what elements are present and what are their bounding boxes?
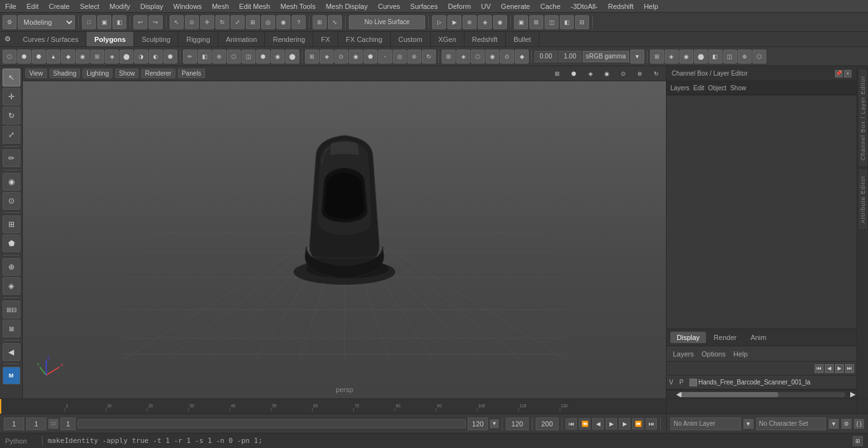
move-tool[interactable]: ✛ xyxy=(3,88,20,105)
playback-prev-btn[interactable]: ⏪ xyxy=(579,418,590,430)
gamma-display[interactable]: sRGB gamma xyxy=(583,51,629,62)
tab-custom[interactable]: Custom xyxy=(391,32,431,46)
poly-tool-3[interactable]: ⬣ xyxy=(32,50,46,64)
playback-play-btn[interactable]: ▶ xyxy=(606,418,617,430)
workspace-select[interactable]: Modeling xyxy=(18,15,75,29)
render-btn[interactable]: ▷ xyxy=(432,15,446,29)
pivot-tool[interactable]: ⊙ xyxy=(3,192,20,210)
snap-btn[interactable]: ◎ xyxy=(261,15,275,29)
end-frame-input[interactable] xyxy=(468,417,488,430)
panel-pin-btn[interactable]: 📌 xyxy=(835,70,843,78)
script-editor-btn[interactable]: { } xyxy=(854,419,864,429)
save-btn[interactable]: ◧ xyxy=(112,15,126,29)
anim-layer-dropdown[interactable]: ▼ xyxy=(743,419,754,429)
channels-label[interactable]: Layers xyxy=(670,85,689,92)
snap-grid-btn[interactable]: ⊞ xyxy=(313,15,327,29)
select-tool[interactable]: ↖ xyxy=(3,69,20,86)
vtab-attribute-editor[interactable]: Attribute Editor xyxy=(858,168,868,231)
menu-curves[interactable]: Curves xyxy=(373,1,405,11)
poly-view-9[interactable]: ↻ xyxy=(422,50,436,64)
poly-tool-10[interactable]: ◑ xyxy=(134,50,148,64)
vp-view-menu[interactable]: View xyxy=(25,69,47,78)
poly-tool-12[interactable]: ⬟ xyxy=(163,50,177,64)
vp-show-menu[interactable]: Show xyxy=(115,69,139,78)
layer-v-label[interactable]: V xyxy=(669,379,678,386)
scale-tool[interactable]: ⤢ xyxy=(3,126,20,144)
open-btn[interactable]: ▣ xyxy=(97,15,111,29)
poly-tool-9[interactable]: ⬤ xyxy=(119,50,133,64)
anim-layer-select[interactable]: No Anim Layer xyxy=(670,417,741,430)
layer-nav-prev[interactable]: ◀ xyxy=(825,364,834,373)
tab-sculpting[interactable]: Sculpting xyxy=(134,32,179,46)
playback-start-btn[interactable]: ⏮ xyxy=(566,418,577,430)
panel-close-btn[interactable]: × xyxy=(844,70,851,78)
menu-modify[interactable]: Modify xyxy=(104,1,135,11)
render4-btn[interactable]: ◉ xyxy=(493,15,507,29)
menu-windows[interactable]: Windows xyxy=(168,1,207,11)
vp-icon-2[interactable]: ⬢ xyxy=(567,67,581,81)
poly-snap-3[interactable]: ⬡ xyxy=(471,50,485,64)
viewport-canvas[interactable]: persp X Y Z xyxy=(23,81,666,398)
char-set-dropdown[interactable]: ▼ xyxy=(829,419,839,429)
vp-panels-menu[interactable]: Panels xyxy=(178,69,205,78)
current-frame-input-3[interactable] xyxy=(60,417,76,430)
object-label[interactable]: Object xyxy=(708,85,726,92)
render-icon-6[interactable]: ◫ xyxy=(723,50,737,64)
tab-redshift[interactable]: Redshift xyxy=(465,32,506,46)
menu-mesh-tools[interactable]: Mesh Tools xyxy=(275,1,320,11)
layer-p-label[interactable]: P xyxy=(679,379,688,386)
poly-view-6[interactable]: ◦ xyxy=(378,50,392,64)
menu-3dtall[interactable]: -3DtoAll- xyxy=(566,1,603,11)
poly-tool-1[interactable]: ⬡ xyxy=(3,50,17,64)
lasso-tool[interactable]: ⬟ xyxy=(3,234,20,252)
frame-icon[interactable]: □ xyxy=(48,419,58,429)
render-view-tool[interactable]: ◀ xyxy=(3,343,20,361)
poly-tool-11[interactable]: ◐ xyxy=(149,50,163,64)
render-icon-7[interactable]: ⊕ xyxy=(738,50,752,64)
subtab-layers[interactable]: Layers xyxy=(670,349,696,359)
show-label[interactable]: Show xyxy=(730,85,746,92)
poly-snap-4[interactable]: ◉ xyxy=(485,50,499,64)
range-end-2[interactable] xyxy=(536,417,559,430)
render-icon-8[interactable]: ⬡ xyxy=(752,50,766,64)
ui-btn1[interactable]: ▣ xyxy=(514,15,528,29)
poly-tool-8[interactable]: ◈ xyxy=(105,50,119,64)
tab-polygons[interactable]: Polygons xyxy=(86,32,134,46)
menu-edit[interactable]: Edit xyxy=(22,1,44,11)
poly-tool-17[interactable]: ◫ xyxy=(241,50,255,64)
crease-tool[interactable]: ⊠ xyxy=(3,320,20,337)
playback-end-btn[interactable]: ⏭ xyxy=(646,418,657,430)
vp-shading-menu[interactable]: Shading xyxy=(50,69,81,78)
poly-view-5[interactable]: ⬟ xyxy=(363,50,377,64)
rotate-btn[interactable]: ↻ xyxy=(215,15,229,29)
vp-icon-6[interactable]: ⊚ xyxy=(633,67,647,81)
tab-render[interactable]: Render xyxy=(707,332,743,343)
vp-icon-1[interactable]: ⊞ xyxy=(550,67,564,81)
rotate-tool[interactable]: ↻ xyxy=(3,107,20,125)
tab-fx[interactable]: FX xyxy=(313,32,338,46)
timeline-slider[interactable] xyxy=(78,419,466,428)
poly-snap-1[interactable]: ⊞ xyxy=(442,50,456,64)
poly-tool-4[interactable]: ▲ xyxy=(46,50,60,64)
vp-icon-4[interactable]: ◉ xyxy=(600,67,614,81)
snap-curve-btn[interactable]: ∿ xyxy=(328,15,342,29)
subtab-options[interactable]: Options xyxy=(699,349,728,359)
script-editor-open-btn[interactable]: ⊞ xyxy=(853,436,863,446)
menu-surfaces[interactable]: Surfaces xyxy=(405,1,443,11)
menu-edit-mesh[interactable]: Edit Mesh xyxy=(234,1,275,11)
vp-lighting-menu[interactable]: Lighting xyxy=(83,69,112,78)
anim-prefs-btn[interactable]: ▼ xyxy=(490,419,499,428)
help-btn[interactable]: ? xyxy=(292,15,306,29)
char-set-select[interactable]: No Character Set xyxy=(756,417,827,430)
poly-snap-5[interactable]: ⊙ xyxy=(500,50,514,64)
timeline-ruler[interactable]: 1 10 20 30 40 50 60 70 80 xyxy=(0,398,666,414)
menu-select[interactable]: Select xyxy=(75,1,105,11)
snap-tool[interactable]: ⊞ xyxy=(3,215,20,233)
menu-file[interactable]: File xyxy=(0,1,22,11)
scroll-track[interactable] xyxy=(678,392,845,397)
poly-tool-19[interactable]: ◉ xyxy=(271,50,285,64)
render-icon-2[interactable]: ◈ xyxy=(665,50,679,64)
poly-tool-13[interactable]: ✏ xyxy=(183,50,197,64)
poly-snap-2[interactable]: ◈ xyxy=(456,50,470,64)
poly-view-2[interactable]: ◈ xyxy=(320,50,334,64)
